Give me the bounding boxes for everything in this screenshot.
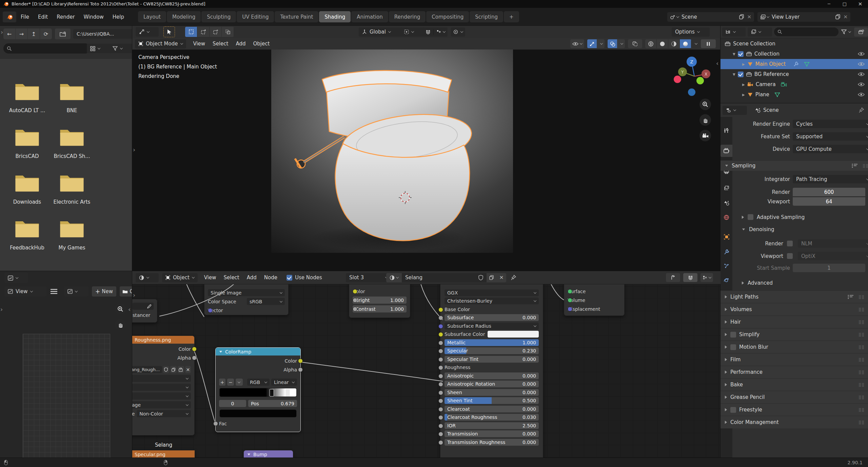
panel-grip-icon[interactable]: ⣿⣿ [863,164,868,168]
principled-input-row[interactable]: Metallic 1.000 [445,339,539,346]
principled-input-row[interactable]: Specular 0.230 [445,347,539,354]
shading-wireframe-icon[interactable] [645,39,657,48]
principled-input-row[interactable]: Clearcoat 0.000 [445,406,539,412]
node-socket[interactable] [438,332,443,337]
workspace-tab[interactable]: Sculpting [201,11,236,22]
properties-panel-header[interactable]: Volumes ⣿⣿ [721,303,868,316]
filter-dropdown[interactable] [109,44,132,53]
properties-panel-header[interactable]: Bake ⣿⣿ [721,378,868,391]
outliner-item-label[interactable]: Camera [756,81,776,87]
folder-item[interactable]: BricsCAD [6,127,48,159]
feature-set-dropdown[interactable]: Supported [793,132,868,141]
view-layer-selector[interactable]: View Layer ✕ [757,12,850,22]
outliner-item-label[interactable]: BG Reference [754,71,789,77]
properties-panel-header[interactable]: Light Paths ⣿⣿ [721,290,868,303]
principled-input-row[interactable]: Subsurface Radius [445,323,539,329]
outliner-item-label[interactable]: Plane [755,92,769,98]
viewport-menu-item[interactable]: Add [232,39,249,48]
workspace-tab[interactable]: + [504,11,519,22]
material-name-field[interactable]: Selang [402,273,487,282]
properties-editor-type-dropdown[interactable] [723,106,747,115]
principled-input-row[interactable]: Roughness [445,364,539,371]
shader-editor-type-dropdown[interactable] [136,273,159,282]
scene-copy-icon[interactable] [739,14,744,19]
node-socket[interactable] [438,374,443,379]
file-search-input[interactable] [3,43,90,54]
image-copy-icon[interactable] [170,366,177,373]
up-icon[interactable]: ↥ [28,28,40,39]
specular-texture-node-partial[interactable]: Specular.png Color [132,450,195,458]
image-unlink-icon[interactable]: ✕ [185,366,191,373]
node-snap-magnet-icon[interactable] [683,273,697,282]
outliner-item-label[interactable]: Main Object [755,61,786,67]
imageeditor-toolbar-toggle-icon[interactable]: › [0,306,3,313]
texcoord-node-partial[interactable]: stancer [132,299,157,323]
folder-item[interactable]: BricsCAD Sh... [51,127,93,159]
color-swatch[interactable] [488,331,539,338]
node-socket[interactable] [438,324,443,329]
fac-input-socket[interactable] [213,421,218,426]
bright-contrast-node-partial[interactable]: Color Bright1.000 Contrast1.000 [349,284,410,318]
ramp-handle[interactable] [285,389,290,397]
viewport-menu-item[interactable]: View [190,39,209,48]
adaptive-sampling-checkbox[interactable] [748,214,753,220]
topbar-menu-item[interactable]: Help [108,12,129,22]
principled-input-row[interactable]: Anisotropic 0.000 [445,372,539,379]
denoise-viewport-checkbox[interactable] [787,253,793,259]
image-name-field[interactable]: ang_Rough... [132,366,162,373]
expander-icon[interactable]: ▼ [733,52,735,56]
mesh-data-icon[interactable] [774,92,780,97]
parent-node-tree-icon[interactable] [666,273,680,282]
node-socket[interactable] [438,407,443,412]
expander-icon[interactable]: ▼ [733,73,735,76]
filebrowser-region-toggle-icon[interactable]: › [1,28,3,36]
node-socket[interactable] [438,440,443,445]
panel-grip-icon[interactable]: ⣿⣿ [859,358,865,362]
properties-panel-header[interactable]: Performance ⣿⣿ [721,366,868,378]
properties-panel-header[interactable]: Freestyle ⣿⣿ [721,403,868,416]
image-source-dropdown[interactable]: Single Image [208,289,285,296]
show-overlays-icon[interactable] [608,39,617,48]
shader-menu-item[interactable]: Select [220,273,243,282]
panel-grip-icon[interactable]: ⣿⣿ [859,307,865,312]
workspace-tab[interactable]: Layout [138,11,166,22]
view-layer-remove-icon[interactable]: ✕ [843,14,848,20]
value-slider[interactable]: Anisotropic 0.000 [445,372,539,379]
pan-hand-icon[interactable] [115,319,126,330]
folder-item[interactable]: BNE [51,82,93,114]
options-dropdown[interactable]: Options [672,27,710,37]
sampling-panel-header[interactable]: Sampling ⣿⣿ [721,160,868,171]
display-mode-dropdown[interactable] [87,44,113,53]
properties-panel-header[interactable]: Film ⣿⣿ [721,353,868,366]
roughness-texture-node[interactable]: Roughness.png Color Alpha ang_Rough... ✕ [132,336,195,435]
gizmo-options-chevron[interactable] [598,43,605,45]
pivot-point-dropdown[interactable] [401,27,425,37]
collapsed-menus-icon[interactable] [50,288,58,295]
viewport-pan-icon[interactable] [699,114,711,126]
clipped-dropdown-2[interactable] [132,384,191,391]
close-button[interactable]: ✕ [852,0,868,8]
colorramp-node-header[interactable]: ColorRamp [216,348,300,356]
viewport-menu-item[interactable]: Select [209,39,232,48]
value-slider[interactable]: Subsurface 0.000 [445,314,539,321]
node-socket[interactable] [438,341,443,345]
outliner-row[interactable]: ▶ Main Object [721,59,868,69]
stop-index-field[interactable]: 0 [219,400,246,407]
integrator-dropdown[interactable]: Path Tracing [793,175,868,183]
node-socket[interactable] [438,349,443,353]
folder-item[interactable]: FeedbackHub [6,219,48,251]
viewport-samples-field[interactable]: 64 [793,197,865,206]
snap-target-dropdown[interactable] [436,29,445,34]
folder-item[interactable]: My Games [51,219,93,251]
hide-eye-icon[interactable] [858,92,865,97]
outliner-item-label[interactable]: Collection [754,51,780,57]
node-canvas[interactable]: stancer › Single Image Color Space sRGB … [132,284,721,458]
scene-browse-icon[interactable] [670,15,679,19]
roughness-color-output-socket[interactable] [192,347,197,351]
colorramp-color-output-socket[interactable] [298,359,303,363]
ramp-gradient-bar[interactable] [220,388,296,397]
scene-unlink-icon[interactable]: ✕ [747,14,751,20]
overlays-options-chevron[interactable] [619,43,625,45]
principled-input-row[interactable]: Subsurface 0.000 [445,314,539,321]
shader-type-dropdown[interactable]: Object [162,273,198,282]
